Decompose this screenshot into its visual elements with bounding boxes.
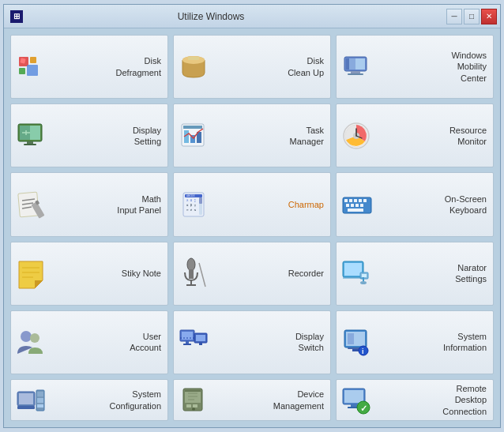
svg-rect-95 — [37, 404, 43, 408]
tile-resource-monitor[interactable]: Resource Monitor — [336, 103, 494, 167]
svg-rect-17 — [27, 141, 33, 144]
svg-point-61 — [187, 258, 195, 271]
svg-rect-69 — [362, 274, 367, 277]
tile-disk-cleanup[interactable]: Disk Clean Up — [173, 35, 331, 99]
display-setting-icon — [14, 119, 47, 152]
svg-rect-7 — [188, 57, 199, 60]
svg-rect-12 — [348, 73, 363, 75]
tile-sticky-note[interactable]: Stiky Note — [10, 242, 168, 306]
tile-grid: Disk Defragment Disk Clean Up Windows Mo… — [4, 28, 500, 427]
tile-recorder[interactable]: Recorder — [173, 242, 331, 306]
title-bar: ⊞ Utilize Windows ─ □ ✕ — [4, 5, 500, 28]
window-title: Utilize Windows — [23, 11, 399, 22]
svg-rect-77 — [183, 344, 191, 345]
remote-desktop-label: Remote Desktop Connection — [378, 383, 487, 417]
svg-rect-51 — [346, 204, 349, 207]
disk-cleanup-icon — [177, 51, 210, 84]
display-switch-icon — [177, 325, 210, 359]
svg-rect-91 — [17, 406, 35, 409]
svg-marker-56 — [19, 261, 43, 288]
tile-on-screen-keyboard[interactable]: On-Screen Keyboard — [336, 172, 494, 236]
svg-rect-106 — [344, 390, 363, 403]
sticky-note-icon — [14, 257, 47, 290]
close-button[interactable]: ✕ — [481, 9, 497, 24]
svg-rect-98 — [186, 404, 191, 408]
svg-rect-47 — [349, 199, 352, 202]
on-screen-keyboard-label: On-Screen Keyboard — [378, 193, 487, 216]
task-manager-icon — [177, 119, 210, 152]
tile-system-config[interactable]: System Configuration — [10, 379, 168, 421]
narrator-settings-label: Narator Settings — [378, 262, 487, 285]
tile-remote-desktop[interactable]: ✓ Remote Desktop Connection — [336, 379, 494, 421]
display-setting-label: Display Setting — [52, 125, 161, 148]
resource-monitor-icon — [340, 119, 373, 152]
svg-text:✓: ✓ — [360, 404, 367, 413]
recorder-label: Recorder — [215, 268, 324, 279]
svg-rect-99 — [193, 404, 197, 408]
restore-button[interactable]: □ — [464, 9, 480, 24]
charmap-icon: ABCDE λ Ω ∑ α β γ ∞ ≠ ≤ — [177, 188, 210, 221]
device-management-label: Device Management — [215, 389, 324, 411]
tile-windows-mobility[interactable]: Windows Mobility Center — [336, 35, 494, 99]
tile-narrator-settings[interactable]: Narator Settings — [336, 242, 494, 306]
svg-rect-79 — [196, 335, 205, 341]
recorder-icon — [177, 257, 210, 290]
windows-mobility-icon — [340, 51, 373, 84]
minimize-button[interactable]: ─ — [446, 9, 462, 24]
svg-rect-100 — [185, 390, 201, 392]
tile-charmap[interactable]: ABCDE λ Ω ∑ α β γ ∞ ≠ ≤ Charmap — [173, 172, 331, 236]
tile-display-switch[interactable]: Display Switch — [173, 310, 331, 374]
svg-text:ABCDE: ABCDE — [186, 194, 195, 197]
svg-rect-1 — [30, 57, 36, 63]
title-bar-left: ⊞ — [10, 10, 23, 23]
svg-rect-48 — [354, 199, 357, 202]
tile-user-account[interactable]: User Account — [10, 310, 168, 374]
svg-rect-52 — [351, 204, 354, 207]
charmap-label: Charmap — [215, 199, 324, 210]
app-icon: ⊞ — [10, 10, 23, 23]
tile-task-manager[interactable]: Task Manager — [173, 103, 331, 167]
svg-rect-67 — [344, 263, 362, 276]
sticky-note-label: Stiky Note — [52, 268, 161, 279]
svg-rect-13 — [346, 58, 349, 69]
svg-marker-57 — [35, 280, 43, 288]
math-input-icon — [14, 188, 47, 221]
tile-disk-defrag[interactable]: Disk Defragment — [10, 35, 168, 99]
tile-display-setting[interactable]: Display Setting — [10, 103, 168, 167]
svg-rect-54 — [360, 204, 363, 207]
svg-rect-107 — [351, 404, 357, 407]
svg-text:∞ ≠ ≤: ∞ ≠ ≤ — [186, 208, 197, 212]
svg-rect-10 — [349, 58, 355, 69]
svg-rect-49 — [359, 199, 362, 202]
svg-rect-93 — [37, 392, 43, 396]
svg-point-73 — [30, 333, 39, 343]
resource-monitor-label: Resource Monitor — [378, 125, 487, 148]
system-information-icon: i — [340, 325, 373, 359]
svg-rect-2 — [19, 68, 25, 74]
svg-point-72 — [21, 331, 32, 342]
remote-desktop-icon: ✓ — [340, 384, 373, 417]
user-account-icon — [14, 325, 47, 359]
svg-rect-90 — [19, 393, 33, 404]
tile-system-information[interactable]: i System Information — [336, 310, 494, 374]
narrator-settings-icon — [340, 257, 373, 290]
svg-rect-22 — [183, 126, 202, 129]
disk-defrag-icon — [14, 51, 47, 84]
task-manager-label: Task Manager — [215, 125, 324, 148]
svg-rect-11 — [351, 71, 360, 73]
svg-text:i: i — [362, 347, 364, 355]
svg-rect-94 — [37, 398, 43, 403]
device-management-icon — [177, 384, 210, 417]
svg-text:λ Ω ∑: λ Ω ∑ — [186, 198, 197, 202]
tile-math-input[interactable]: Math Input Panel — [10, 172, 168, 236]
svg-rect-84 — [348, 333, 354, 344]
user-account-label: User Account — [52, 331, 161, 354]
system-information-label: System Information — [378, 331, 487, 354]
disk-cleanup-label: Disk Clean Up — [215, 55, 324, 78]
svg-rect-80 — [199, 343, 202, 345]
svg-rect-18 — [24, 144, 36, 145]
tile-device-management[interactable]: Device Management — [173, 379, 331, 421]
system-config-icon — [14, 384, 47, 417]
svg-rect-3 — [27, 65, 38, 76]
disk-defrag-label: Disk Defragment — [52, 55, 161, 78]
